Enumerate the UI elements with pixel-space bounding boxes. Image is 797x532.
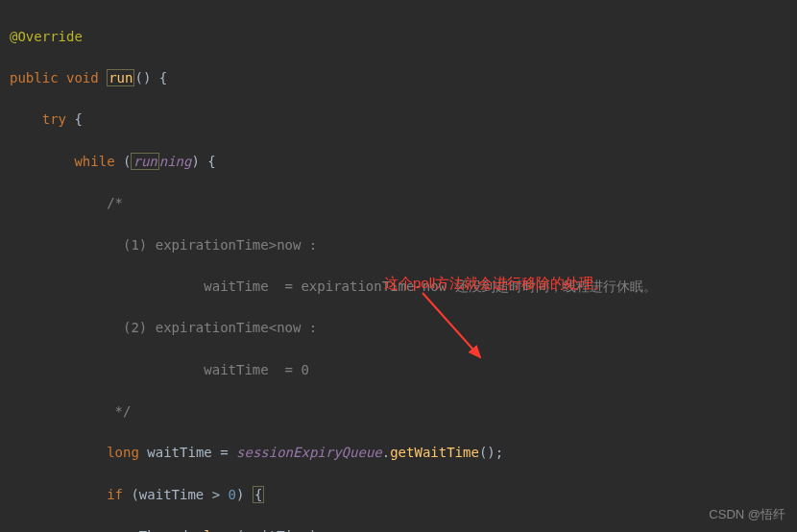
code-line: long waitTime = sessionExpiryQueue.getWa… — [10, 443, 797, 464]
code-line: if (waitTime > 0) { — [10, 485, 797, 506]
code-line: @Override — [10, 27, 797, 48]
code-line: waitTime = 0 — [10, 360, 797, 381]
code-line: while (running) { — [10, 152, 797, 173]
watermark: CSDN @悟纤 — [709, 505, 785, 524]
code-line: Thread.sleep(waitTime); — [10, 526, 797, 532]
code-line: try { — [10, 109, 797, 131]
code-line: (2) expirationTime<now : — [10, 318, 797, 339]
code-line: */ — [10, 401, 797, 423]
code-editor: @Override public void run() { try { whil… — [0, 0, 797, 532]
red-annotation-text: 这个poll方法就会进行移除的处理。 — [384, 272, 608, 294]
code-line: /* — [10, 193, 797, 214]
code-line: (1) expirationTime>now : — [10, 235, 797, 256]
code-line: public void run() { — [10, 68, 797, 89]
